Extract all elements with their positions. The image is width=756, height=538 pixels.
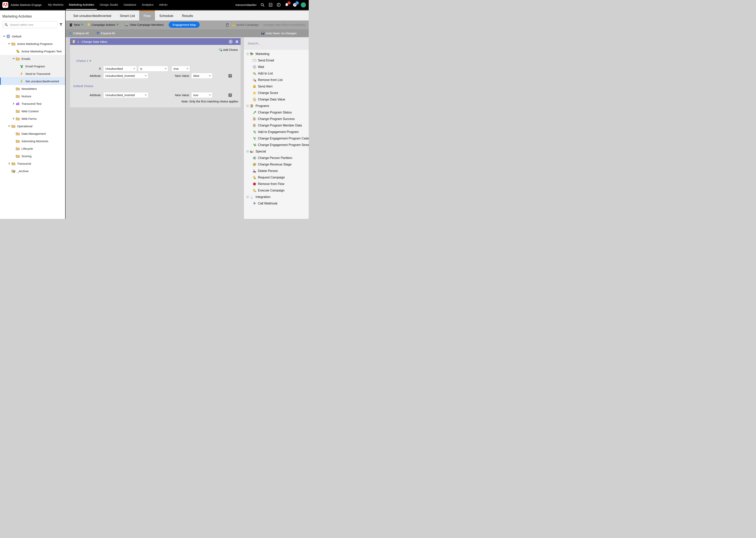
palette-item-change-score[interactable]: Change Score: [244, 90, 309, 96]
tree-item-web-content[interactable]: Web Content: [0, 107, 65, 115]
collapse-box-icon[interactable]: [246, 105, 249, 107]
choice-1-attribute-select[interactable]: Unsubscribed_Inverted: [103, 73, 148, 79]
palette-item-execute-campaign[interactable]: Execute Campaign: [244, 187, 309, 194]
palette-item-change-engagement-program-cadence[interactable]: Change Engagement Program Cadence: [244, 135, 309, 142]
palette-item-send-email[interactable]: Send Email: [244, 57, 309, 64]
palette-item-change-engagement-program-stream[interactable]: Change Engagement Program Stream: [244, 142, 309, 148]
engagement-map-button[interactable]: Engagement Map: [169, 22, 200, 28]
palette-item-remove-from-list[interactable]: Remove from List: [244, 77, 309, 83]
palette-search-box[interactable]: [244, 37, 309, 50]
tree-item-scoring[interactable]: Scoring: [0, 152, 65, 160]
nav-item-admin[interactable]: Admin: [156, 0, 170, 10]
tab-smart-list[interactable]: Smart List: [116, 11, 139, 21]
palette-item-change-program-success[interactable]: Change Program Success: [244, 116, 309, 122]
collapse-box-icon[interactable]: [246, 150, 249, 153]
tree-item-data-management[interactable]: Data Management: [0, 130, 65, 137]
tree-item-interesting-moments[interactable]: Interesting Moments: [0, 137, 65, 145]
tree-item-transcend[interactable]: Transcend: [0, 160, 65, 167]
delete-default-choice-button[interactable]: ✕: [228, 93, 232, 97]
palette-item-change-data-value[interactable]: Change Data Value: [244, 96, 309, 103]
palette-item-change-person-partition[interactable]: Change Person Partition: [244, 155, 309, 161]
tree-item-emails[interactable]: Emails: [0, 55, 65, 63]
expand-all-button[interactable]: Expand All: [96, 31, 115, 35]
tree-item-newsletters[interactable]: Newsletters: [0, 85, 65, 92]
panel-icon[interactable]: [226, 23, 229, 27]
new-button[interactable]: New: [68, 21, 85, 29]
chevron-right-icon[interactable]: [11, 117, 16, 120]
palette-item-send-alert[interactable]: Send Alert: [244, 83, 309, 90]
marketing-activities-tree: DefaultActive Marketing ProgramsActive M…: [0, 32, 65, 175]
close-icon[interactable]: [235, 40, 238, 43]
tree-item-lifecycle[interactable]: Lifecycle: [0, 145, 65, 152]
if-value-select[interactable]: true: [172, 66, 190, 72]
palette-item-remove-from-flow[interactable]: Remove from Flow: [244, 181, 309, 187]
palette-item-delete-person[interactable]: Delete Person: [244, 168, 309, 174]
tree-item-send-to-transcend[interactable]: Send to Transcend: [0, 70, 65, 78]
collapse-step-icon[interactable]: [229, 40, 232, 43]
palette-item-change-program-status[interactable]: Change Program Status: [244, 109, 309, 116]
palette-group-special[interactable]: Special: [244, 148, 309, 155]
nav-item-marketing-activities[interactable]: Marketing Activities: [66, 0, 97, 10]
palette-item-change-program-member-data[interactable]: Change Program Member Data: [244, 122, 309, 129]
chevron-down-icon[interactable]: [2, 35, 6, 37]
tab-flow[interactable]: Flow: [139, 11, 155, 21]
tasklist-icon[interactable]: [268, 3, 273, 7]
palette-item-add-to-engagement-program[interactable]: Add to Engagement Program: [244, 129, 309, 135]
palette-item-call-webhook[interactable]: Call Webhook: [244, 200, 309, 207]
if-operator-select[interactable]: is: [138, 66, 168, 72]
notifications-button[interactable]: 4: [285, 3, 289, 7]
tree-item-set-unsubscribedinverted[interactable]: Set unsubscribedInverted: [0, 78, 65, 85]
tab-set-unsubscribedinverted[interactable]: Set unsubscribedInverted: [69, 11, 116, 21]
default-attribute-select[interactable]: Unsubscribed_Inverted: [103, 92, 148, 98]
collapse-box-icon[interactable]: [246, 195, 249, 198]
tree-search-box[interactable]: [2, 21, 57, 28]
add-choice-button[interactable]: Add Choice: [219, 48, 238, 51]
filter-icon[interactable]: [59, 23, 63, 27]
tree-item-active-marketing-program-test[interactable]: Active Marketing Program Test: [0, 47, 65, 55]
palette-group-programs[interactable]: Programs: [244, 103, 309, 109]
collapse-box-icon[interactable]: [246, 53, 249, 55]
search-icon[interactable]: [260, 3, 264, 7]
avatar[interactable]: [301, 2, 306, 8]
delete-choice-1-button[interactable]: ✕: [228, 74, 232, 78]
tree-search-input[interactable]: [10, 23, 55, 27]
palette-group-integration[interactable]: Integration: [244, 194, 309, 200]
tree-item--archive[interactable]: _Archive: [0, 167, 65, 175]
history-icon[interactable]: [277, 3, 281, 7]
choice-1-new-value-select[interactable]: false: [191, 73, 213, 79]
chevron-right-icon[interactable]: [7, 162, 11, 165]
palette-group-marketing[interactable]: Marketing: [244, 51, 309, 57]
nav-item-my-marketo[interactable]: My Marketo: [45, 0, 66, 10]
choice-1-menu[interactable]: Choice 1: [76, 59, 91, 63]
if-operator-value: is: [140, 67, 142, 70]
chevron-down-icon[interactable]: [7, 42, 11, 45]
username[interactable]: transcendaedev: [235, 3, 257, 7]
tree-item-default[interactable]: Default: [0, 32, 65, 40]
tree-item-nurture[interactable]: Nurture: [0, 92, 65, 100]
tree-item-active-marketing-programs[interactable]: Active Marketing Programs: [0, 40, 65, 47]
default-new-value-select[interactable]: true: [191, 92, 213, 98]
nav-item-design-studio[interactable]: Design Studio: [97, 0, 121, 10]
nav-item-analytics[interactable]: Analytics: [139, 0, 156, 10]
tree-item-transcend-test[interactable]: Transcend Test: [0, 100, 65, 107]
tab-schedule[interactable]: Schedule: [155, 11, 178, 21]
palette-item-wait[interactable]: Wait: [244, 64, 309, 70]
tree-item-email-program[interactable]: Email Program: [0, 63, 65, 70]
palette-search-input[interactable]: [247, 41, 306, 46]
palette-item-request-campaign[interactable]: Request Campaign: [244, 174, 309, 181]
palette-item-change-revenue-stage[interactable]: Change Revenue Stage: [244, 161, 309, 168]
tree-item-web-forms[interactable]: Web Forms: [0, 115, 65, 122]
campaign-actions-button[interactable]: Campaign Actions: [85, 21, 121, 29]
chevron-right-icon[interactable]: [11, 102, 16, 105]
view-campaign-members-button[interactable]: View Campaign Members: [123, 21, 165, 29]
tab-results[interactable]: Results: [178, 11, 198, 21]
nav-item-database[interactable]: Database: [121, 0, 139, 10]
collapse-all-button[interactable]: Collapse All: [69, 31, 89, 35]
tree-item-operational[interactable]: Operational: [0, 122, 65, 130]
chevron-down-icon[interactable]: [11, 58, 16, 60]
search-icon: [5, 23, 8, 27]
palette-item-add-to-list[interactable]: Add to List: [244, 70, 309, 77]
chevron-down-icon[interactable]: [7, 125, 11, 127]
if-field-select[interactable]: Unsubscribed: [103, 66, 137, 72]
help-button[interactable]: ? 2: [293, 3, 297, 7]
